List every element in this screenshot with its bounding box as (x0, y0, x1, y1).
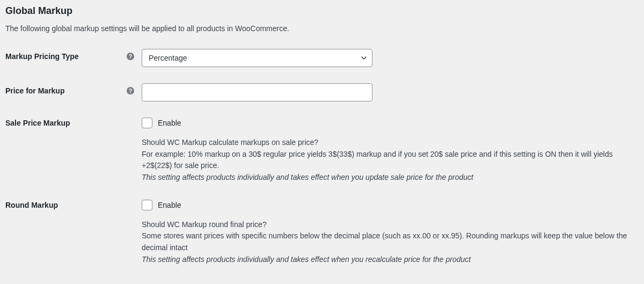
select-wrapper: Percentage (142, 49, 372, 67)
help-icon[interactable]: ? (127, 87, 134, 94)
sale-price-markup-label: Sale Price Markup (5, 119, 70, 127)
label-col: Markup Pricing Type ? (5, 49, 142, 61)
desc-text: Should WC Markup round final price? (142, 220, 267, 229)
price-for-markup-label: Price for Markup (5, 86, 64, 95)
desc-note: This setting affects products individual… (142, 172, 635, 184)
desc-text: For example: 10% markup on a 30$ regular… (142, 150, 613, 170)
desc-note: This setting affects products individual… (142, 254, 635, 266)
row-markup-pricing-type: Markup Pricing Type ? Percentage (5, 49, 639, 67)
round-markup-label: Round Markup (5, 201, 58, 209)
help-icon[interactable]: ? (127, 53, 134, 60)
field-col: Enable Should WC Markup round final pric… (142, 200, 639, 266)
sale-price-markup-checkbox[interactable] (142, 118, 152, 128)
section-title: Global Markup (5, 5, 639, 17)
sale-price-markup-enable-label[interactable]: Enable (158, 119, 181, 127)
section-description: The following global markup settings wil… (5, 24, 639, 33)
desc-text: Should WC Markup calculate markups on sa… (142, 138, 318, 147)
field-col (142, 83, 639, 101)
row-round-markup: Round Markup Enable Should WC Markup rou… (5, 200, 639, 266)
checkbox-row: Enable (142, 200, 639, 210)
label-col: Sale Price Markup (5, 118, 142, 127)
price-for-markup-input[interactable] (142, 83, 372, 101)
round-markup-checkbox[interactable] (142, 200, 152, 210)
round-markup-enable-label[interactable]: Enable (158, 201, 181, 209)
checkbox-row: Enable (142, 118, 639, 128)
round-markup-description: Should WC Markup round final price? Some… (142, 219, 635, 266)
markup-pricing-type-select[interactable]: Percentage (142, 49, 372, 67)
label-col: Round Markup (5, 200, 142, 209)
field-col: Enable Should WC Markup calculate markup… (142, 118, 639, 184)
row-sale-price-markup: Sale Price Markup Enable Should WC Marku… (5, 118, 639, 184)
field-col: Percentage (142, 49, 639, 67)
desc-text: Some stores want prices with specific nu… (142, 231, 627, 252)
label-col: Price for Markup ? (5, 83, 142, 95)
row-price-for-markup: Price for Markup ? (5, 83, 639, 101)
markup-pricing-type-label: Markup Pricing Type (5, 52, 79, 61)
sale-price-markup-description: Should WC Markup calculate markups on sa… (142, 137, 635, 184)
